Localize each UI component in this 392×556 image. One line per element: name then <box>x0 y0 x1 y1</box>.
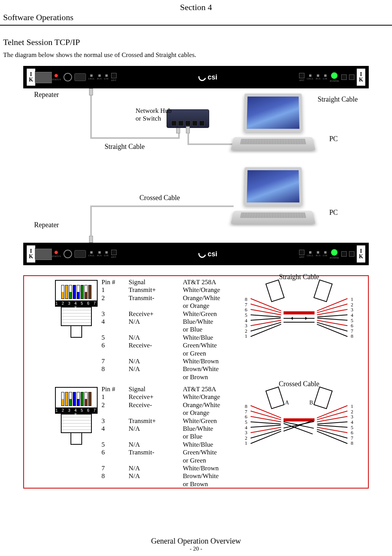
power-led-icon <box>331 249 338 256</box>
repeater-device-top: IK STATUS CELL PCS LTE ANT csi ANT CELL … <box>23 66 369 88</box>
connector-a-icon <box>265 387 285 409</box>
sub-heading: Telnet Session TCP/IP <box>3 37 392 47</box>
crossed-cable-diagram: Crossed Cable A B 87654321 12345678 <box>245 380 353 450</box>
page-number: - 20 - <box>0 546 392 552</box>
status-led-icon <box>54 250 58 254</box>
power-led-icon <box>331 72 338 79</box>
straight-cable-title: Straight Cable <box>245 273 353 281</box>
status-led-icon <box>54 74 58 78</box>
pin-numbers-left: 87654321 <box>245 297 248 339</box>
rj45-connector-crossed: 1 2 3 4 5 6 7 8 <box>55 387 98 445</box>
sd-slot-icon <box>74 73 86 81</box>
cable-plug-icon <box>89 236 93 243</box>
pinout-box: 1 2 3 4 5 6 7 8 Pin #SignalAT&T 258A 1Tr… <box>23 275 369 489</box>
cable-line <box>178 133 180 139</box>
label-pc-top: PC <box>329 135 338 143</box>
barcode-icon <box>35 248 52 260</box>
ik-badge: IK <box>357 245 365 262</box>
pin-table-straight: Pin #SignalAT&T 258A 1Transmit+White/Ora… <box>101 278 245 381</box>
ik-badge: IK <box>27 69 35 86</box>
ik-badge: IK <box>27 245 35 262</box>
connector-left-icon <box>265 280 285 302</box>
cable-line <box>90 95 92 138</box>
footer-title: General Operation Overview <box>0 537 392 546</box>
csi-logo: csi <box>198 73 217 81</box>
barcode-icon <box>35 71 52 83</box>
label-network-hub: Network Hub <box>136 107 172 115</box>
label-b: B <box>309 400 313 406</box>
rj45-connector-straight: 1 2 3 4 5 6 7 8 <box>55 280 98 338</box>
laptop-top <box>232 93 314 155</box>
network-switch <box>167 109 209 128</box>
label-straight-cable-bl: Straight Cable <box>105 143 144 151</box>
cable-line <box>90 205 92 237</box>
cable-line <box>187 133 189 144</box>
divider-top <box>0 25 392 26</box>
label-straight-cable-tr: Straight Cable <box>318 95 358 104</box>
label-repeater-top: Repeater <box>34 91 59 99</box>
ik-badge: IK <box>357 69 365 86</box>
label-a: A <box>285 400 289 406</box>
rj45-numstrip: 1 2 3 4 5 6 7 8 <box>55 301 98 307</box>
repeater-device-bottom: IK STATUS CELL PCS LTE ANT csi ANT CELL … <box>23 243 369 265</box>
sd-slot-icon <box>74 250 86 258</box>
cable-plug-icon <box>89 88 93 95</box>
label-or-switch: or Switch <box>136 115 161 123</box>
topology-diagram: IK STATUS CELL PCS LTE ANT csi ANT CELL … <box>23 66 369 268</box>
page-title: Software Operations <box>3 12 392 22</box>
round-button-icon <box>64 250 72 258</box>
laptop-bottom <box>232 167 314 229</box>
straight-cable-diagram: Straight Cable 87654321 12345678 <box>245 273 353 343</box>
intro-text: The diagram below shows the normal use o… <box>3 51 392 59</box>
round-button-icon <box>64 73 72 81</box>
section-label: Section 4 <box>0 2 392 12</box>
rj45-numstrip: 1 2 3 4 5 6 7 8 <box>55 408 98 414</box>
pin-numbers-left: 87654321 <box>245 404 248 446</box>
label-repeater-bottom: Repeater <box>34 221 59 229</box>
csi-logo: csi <box>198 250 217 258</box>
connector-b-icon <box>313 387 333 409</box>
pin-table-crossed: Pin #SignalAT&T 258A 1Receive+White/Oran… <box>101 385 245 488</box>
label-crossed-cable: Crossed Cable <box>139 194 180 202</box>
cable-line <box>90 137 179 139</box>
crossed-cable-title: Crossed Cable <box>245 380 353 388</box>
pin-numbers-right: 12345678 <box>351 297 354 339</box>
connector-right-icon <box>313 280 333 302</box>
pin-numbers-right: 12345678 <box>351 404 354 446</box>
label-pc-bottom: PC <box>329 209 338 217</box>
cable-line <box>90 205 234 207</box>
cable-line <box>187 143 234 145</box>
